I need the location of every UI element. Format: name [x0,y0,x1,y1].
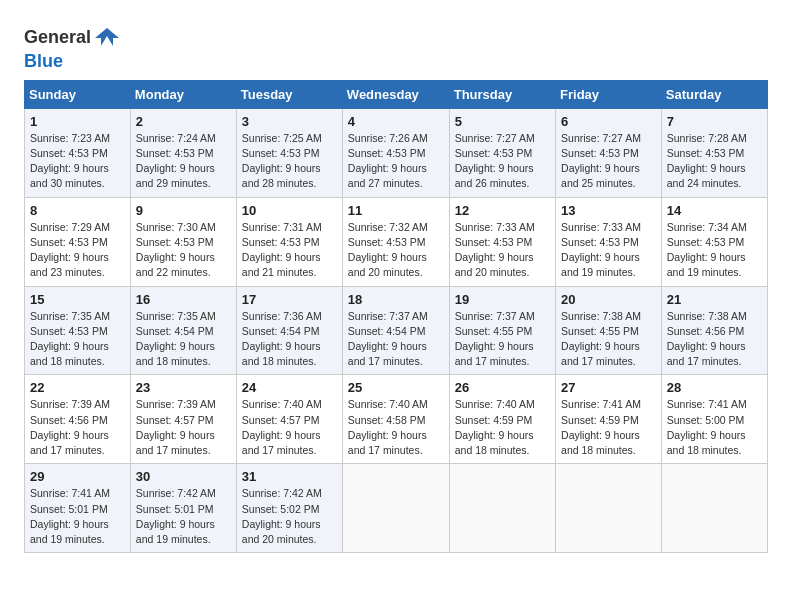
header: General Blue [24,20,768,72]
day-number: 28 [667,380,762,395]
calendar-week-row: 15Sunrise: 7:35 AM Sunset: 4:53 PM Dayli… [25,286,768,375]
calendar-week-row: 22Sunrise: 7:39 AM Sunset: 4:56 PM Dayli… [25,375,768,464]
calendar-cell: 17Sunrise: 7:36 AM Sunset: 4:54 PM Dayli… [236,286,342,375]
calendar-cell: 4Sunrise: 7:26 AM Sunset: 4:53 PM Daylig… [342,108,449,197]
day-number: 2 [136,114,231,129]
day-number: 11 [348,203,444,218]
day-info: Sunrise: 7:33 AM Sunset: 4:53 PM Dayligh… [455,220,550,281]
day-info: Sunrise: 7:35 AM Sunset: 4:53 PM Dayligh… [30,309,125,370]
day-info: Sunrise: 7:38 AM Sunset: 4:55 PM Dayligh… [561,309,656,370]
day-number: 17 [242,292,337,307]
calendar-cell: 11Sunrise: 7:32 AM Sunset: 4:53 PM Dayli… [342,197,449,286]
day-number: 3 [242,114,337,129]
day-info: Sunrise: 7:30 AM Sunset: 4:53 PM Dayligh… [136,220,231,281]
day-number: 16 [136,292,231,307]
weekday-header-wednesday: Wednesday [342,80,449,108]
calendar-cell [449,464,555,553]
day-number: 15 [30,292,125,307]
day-info: Sunrise: 7:27 AM Sunset: 4:53 PM Dayligh… [455,131,550,192]
day-info: Sunrise: 7:23 AM Sunset: 4:53 PM Dayligh… [30,131,125,192]
day-info: Sunrise: 7:26 AM Sunset: 4:53 PM Dayligh… [348,131,444,192]
day-number: 9 [136,203,231,218]
calendar-cell: 15Sunrise: 7:35 AM Sunset: 4:53 PM Dayli… [25,286,131,375]
calendar-week-row: 1Sunrise: 7:23 AM Sunset: 4:53 PM Daylig… [25,108,768,197]
weekday-header-monday: Monday [130,80,236,108]
calendar-cell: 12Sunrise: 7:33 AM Sunset: 4:53 PM Dayli… [449,197,555,286]
day-number: 6 [561,114,656,129]
day-info: Sunrise: 7:42 AM Sunset: 5:01 PM Dayligh… [136,486,231,547]
calendar-cell: 31Sunrise: 7:42 AM Sunset: 5:02 PM Dayli… [236,464,342,553]
weekday-header-tuesday: Tuesday [236,80,342,108]
calendar-cell: 28Sunrise: 7:41 AM Sunset: 5:00 PM Dayli… [661,375,767,464]
day-info: Sunrise: 7:38 AM Sunset: 4:56 PM Dayligh… [667,309,762,370]
day-info: Sunrise: 7:27 AM Sunset: 4:53 PM Dayligh… [561,131,656,192]
day-info: Sunrise: 7:41 AM Sunset: 5:01 PM Dayligh… [30,486,125,547]
calendar-cell: 18Sunrise: 7:37 AM Sunset: 4:54 PM Dayli… [342,286,449,375]
calendar-cell: 9Sunrise: 7:30 AM Sunset: 4:53 PM Daylig… [130,197,236,286]
calendar-header: SundayMondayTuesdayWednesdayThursdayFrid… [25,80,768,108]
day-number: 23 [136,380,231,395]
weekday-header-saturday: Saturday [661,80,767,108]
calendar-cell: 16Sunrise: 7:35 AM Sunset: 4:54 PM Dayli… [130,286,236,375]
logo-blue: Blue [24,51,63,71]
day-number: 25 [348,380,444,395]
calendar-cell [661,464,767,553]
day-number: 29 [30,469,125,484]
weekday-header-sunday: Sunday [25,80,131,108]
day-number: 30 [136,469,231,484]
day-info: Sunrise: 7:42 AM Sunset: 5:02 PM Dayligh… [242,486,337,547]
day-info: Sunrise: 7:39 AM Sunset: 4:57 PM Dayligh… [136,397,231,458]
day-info: Sunrise: 7:40 AM Sunset: 4:57 PM Dayligh… [242,397,337,458]
day-info: Sunrise: 7:39 AM Sunset: 4:56 PM Dayligh… [30,397,125,458]
calendar-cell: 5Sunrise: 7:27 AM Sunset: 4:53 PM Daylig… [449,108,555,197]
calendar-cell: 23Sunrise: 7:39 AM Sunset: 4:57 PM Dayli… [130,375,236,464]
weekday-header-thursday: Thursday [449,80,555,108]
calendar-cell: 3Sunrise: 7:25 AM Sunset: 4:53 PM Daylig… [236,108,342,197]
day-number: 5 [455,114,550,129]
calendar-cell: 26Sunrise: 7:40 AM Sunset: 4:59 PM Dayli… [449,375,555,464]
day-info: Sunrise: 7:33 AM Sunset: 4:53 PM Dayligh… [561,220,656,281]
calendar-cell [556,464,662,553]
day-number: 31 [242,469,337,484]
calendar-cell: 19Sunrise: 7:37 AM Sunset: 4:55 PM Dayli… [449,286,555,375]
day-info: Sunrise: 7:29 AM Sunset: 4:53 PM Dayligh… [30,220,125,281]
day-info: Sunrise: 7:41 AM Sunset: 5:00 PM Dayligh… [667,397,762,458]
day-info: Sunrise: 7:31 AM Sunset: 4:53 PM Dayligh… [242,220,337,281]
weekday-header-friday: Friday [556,80,662,108]
calendar-cell: 6Sunrise: 7:27 AM Sunset: 4:53 PM Daylig… [556,108,662,197]
calendar-cell: 30Sunrise: 7:42 AM Sunset: 5:01 PM Dayli… [130,464,236,553]
day-info: Sunrise: 7:24 AM Sunset: 4:53 PM Dayligh… [136,131,231,192]
day-number: 20 [561,292,656,307]
day-number: 1 [30,114,125,129]
day-number: 18 [348,292,444,307]
calendar-cell: 8Sunrise: 7:29 AM Sunset: 4:53 PM Daylig… [25,197,131,286]
calendar-cell: 2Sunrise: 7:24 AM Sunset: 4:53 PM Daylig… [130,108,236,197]
day-info: Sunrise: 7:40 AM Sunset: 4:59 PM Dayligh… [455,397,550,458]
logo-bird-icon [93,24,121,52]
calendar: SundayMondayTuesdayWednesdayThursdayFrid… [24,80,768,553]
day-number: 14 [667,203,762,218]
calendar-cell: 10Sunrise: 7:31 AM Sunset: 4:53 PM Dayli… [236,197,342,286]
calendar-cell: 22Sunrise: 7:39 AM Sunset: 4:56 PM Dayli… [25,375,131,464]
day-number: 27 [561,380,656,395]
day-info: Sunrise: 7:25 AM Sunset: 4:53 PM Dayligh… [242,131,337,192]
day-info: Sunrise: 7:40 AM Sunset: 4:58 PM Dayligh… [348,397,444,458]
day-number: 22 [30,380,125,395]
day-info: Sunrise: 7:37 AM Sunset: 4:55 PM Dayligh… [455,309,550,370]
day-number: 24 [242,380,337,395]
day-info: Sunrise: 7:41 AM Sunset: 4:59 PM Dayligh… [561,397,656,458]
calendar-week-row: 29Sunrise: 7:41 AM Sunset: 5:01 PM Dayli… [25,464,768,553]
day-number: 13 [561,203,656,218]
calendar-cell: 27Sunrise: 7:41 AM Sunset: 4:59 PM Dayli… [556,375,662,464]
day-info: Sunrise: 7:35 AM Sunset: 4:54 PM Dayligh… [136,309,231,370]
svg-marker-0 [95,28,119,46]
day-info: Sunrise: 7:37 AM Sunset: 4:54 PM Dayligh… [348,309,444,370]
calendar-week-row: 8Sunrise: 7:29 AM Sunset: 4:53 PM Daylig… [25,197,768,286]
calendar-cell: 24Sunrise: 7:40 AM Sunset: 4:57 PM Dayli… [236,375,342,464]
day-info: Sunrise: 7:36 AM Sunset: 4:54 PM Dayligh… [242,309,337,370]
calendar-cell: 13Sunrise: 7:33 AM Sunset: 4:53 PM Dayli… [556,197,662,286]
calendar-cell: 20Sunrise: 7:38 AM Sunset: 4:55 PM Dayli… [556,286,662,375]
day-number: 10 [242,203,337,218]
day-number: 8 [30,203,125,218]
day-number: 19 [455,292,550,307]
